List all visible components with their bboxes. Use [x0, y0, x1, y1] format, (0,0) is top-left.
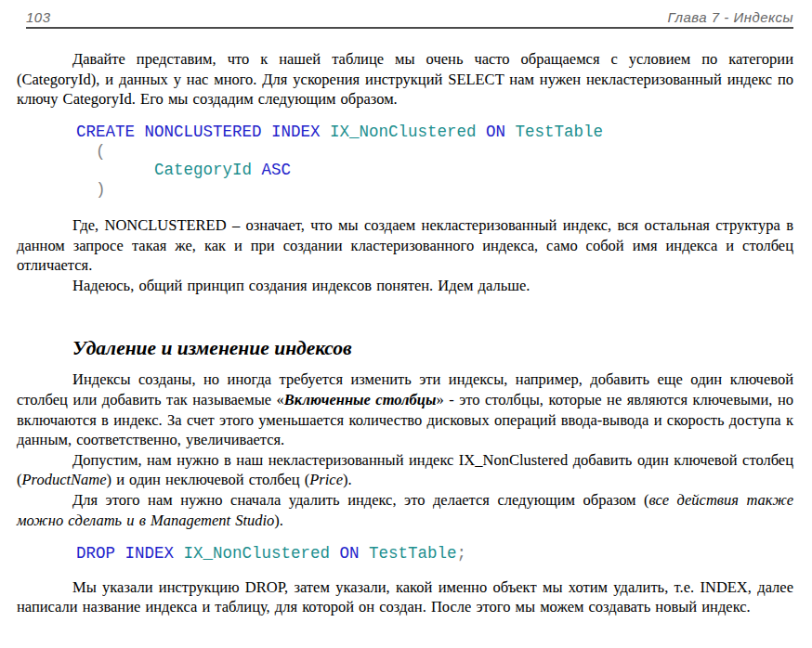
paragraph-transition: Надеюсь, общий принцип создания индексов…	[17, 276, 793, 296]
sql-keyword: DROP INDEX	[76, 544, 184, 563]
text-segment-italic: ProductName	[22, 471, 107, 488]
sql-code-drop-index: DROP INDEX IX_NonClustered ON TestTable;	[76, 544, 793, 564]
sql-identifier: IX_NonClustered	[330, 123, 486, 141]
paragraph-nonclustered-explain: Где, NONCLUSTERED – означает, что мы соз…	[17, 215, 793, 276]
text-segment-italic: Price	[309, 471, 343, 488]
sql-keyword: CREATE NONCLUSTERED INDEX	[76, 123, 330, 141]
page-number: 103	[26, 9, 51, 25]
sql-punctuation: (	[76, 142, 106, 161]
paragraph-add-columns: Допустим, нам нужно в наш некластеризова…	[17, 450, 793, 490]
sql-identifier: CategoryId	[76, 161, 262, 179]
text-segment-bold-italic: Включенные столбцы	[284, 391, 437, 408]
sql-code-create-index: CREATE NONCLUSTERED INDEX IX_NonClustere…	[76, 123, 793, 200]
page-content: Давайте представим, что к нашей таблице …	[0, 49, 812, 617]
sql-keyword: ON	[340, 544, 370, 563]
page-header: 103 Глава 7 - Индексы	[26, 9, 793, 29]
sql-identifier: TestTable	[369, 544, 457, 563]
text-segment: ).	[343, 471, 352, 488]
document-page: 103 Глава 7 - Индексы Давайте представим…	[0, 9, 812, 648]
sql-punctuation: ;	[457, 544, 467, 563]
paragraph-delete-first: Для этого нам нужно сначала удалить инде…	[17, 490, 793, 530]
text-segment: ).	[274, 512, 283, 529]
sql-identifier: IX_NonClustered	[184, 544, 340, 563]
sql-keyword: ASC	[262, 161, 292, 179]
paragraph-intro: Давайте представим, что к нашей таблице …	[17, 49, 793, 110]
paragraph-included-columns: Индексы созданы, но иногда требуется изм…	[17, 369, 793, 449]
section-heading: Удаление и изменение индексов	[72, 336, 793, 361]
paragraph-drop-explain: Мы указали инструкцию DROP, затем указал…	[17, 577, 793, 617]
sql-punctuation: )	[76, 180, 106, 199]
chapter-title: Глава 7 - Индексы	[667, 9, 793, 25]
text-segment: ) и один неключевой столбец (	[107, 471, 310, 488]
sql-keyword: ON	[486, 123, 516, 141]
text-segment: Для этого нам нужно сначала удалить инде…	[72, 491, 649, 509]
sql-identifier: TestTable	[516, 123, 604, 141]
